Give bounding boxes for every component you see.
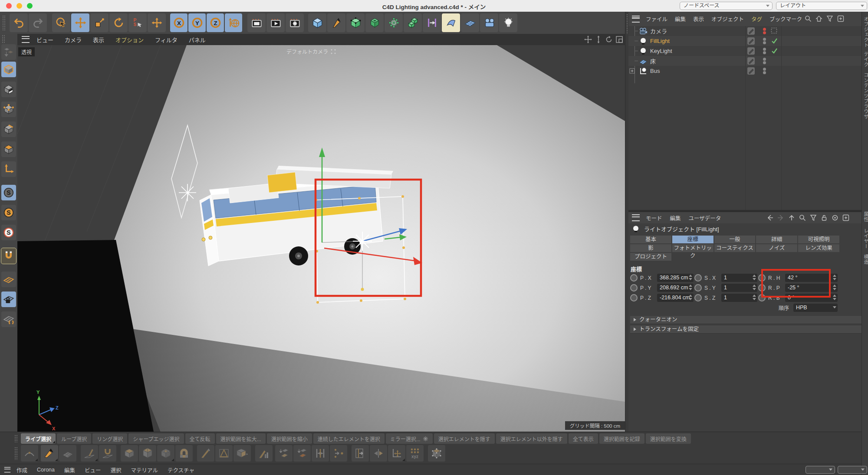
enabled-check-icon[interactable] bbox=[771, 37, 778, 46]
viewport-menu-options[interactable]: オプション bbox=[115, 36, 144, 44]
bottom-menu-select[interactable]: 選択 bbox=[111, 466, 122, 474]
floor-object-button[interactable] bbox=[442, 13, 460, 32]
spinner[interactable] bbox=[753, 275, 756, 280]
filter-icon[interactable] bbox=[826, 15, 833, 22]
filter-icon[interactable] bbox=[810, 214, 817, 221]
redo-button[interactable] bbox=[29, 13, 47, 32]
home-icon[interactable] bbox=[815, 15, 822, 22]
back-icon[interactable] bbox=[766, 214, 773, 221]
order-dropdown[interactable]: HPB bbox=[793, 304, 838, 312]
viewport-pan-icon[interactable] bbox=[584, 36, 592, 43]
keyframe-circle[interactable] bbox=[694, 274, 702, 282]
camera-hud[interactable]: デフォルトカメラ bbox=[286, 48, 336, 55]
selection-row-grip[interactable] bbox=[14, 435, 18, 442]
tab-project[interactable]: プロジェクト bbox=[630, 253, 671, 261]
side-tab-takes[interactable]: テイク bbox=[862, 52, 868, 67]
axis-transform-button[interactable] bbox=[388, 445, 405, 462]
viewport-menu-filter[interactable]: フィルタ bbox=[155, 36, 178, 44]
om-menu-bookmarks[interactable]: ブックマーク bbox=[769, 15, 802, 23]
viewport-menu-camera[interactable]: カメラ bbox=[65, 36, 82, 44]
bottom-menu-view[interactable]: ビュー bbox=[85, 466, 101, 474]
keyframe-circle[interactable] bbox=[630, 294, 638, 301]
om-menu-view[interactable]: 表示 bbox=[693, 15, 704, 23]
volume-builder-button[interactable] bbox=[404, 13, 422, 32]
scatter-points-button[interactable] bbox=[330, 445, 347, 462]
render-picture-viewer-button[interactable] bbox=[266, 13, 285, 32]
visibility-dots[interactable] bbox=[763, 27, 766, 35]
section-quaternion[interactable]: クォータニオン bbox=[630, 315, 863, 324]
keyframe-circle[interactable] bbox=[694, 294, 702, 301]
viewport-menu-display[interactable]: 表示 bbox=[93, 36, 104, 44]
om-menu-edit[interactable]: 編集 bbox=[675, 15, 686, 23]
tab-noise[interactable]: ノイズ bbox=[756, 244, 797, 252]
ring-selection-button[interactable]: リング選択 bbox=[92, 433, 127, 444]
pz-field[interactable]: -216.804 cm bbox=[657, 294, 694, 302]
layout-dropdown[interactable]: レイアウト bbox=[776, 2, 867, 10]
grow-selection-button[interactable]: 選択範囲を拡大... bbox=[216, 433, 266, 444]
rh-field[interactable]: 42 ° bbox=[785, 274, 838, 282]
om-menu-file[interactable]: ファイル bbox=[646, 15, 667, 23]
hide-unselected-button[interactable]: 選択エレメント以外を隠す bbox=[496, 433, 567, 444]
visibility-dots[interactable] bbox=[763, 57, 766, 65]
section-freeze-transform[interactable]: トランスフォームを固定 bbox=[630, 325, 863, 334]
invert-all-button[interactable]: 全て反転 bbox=[185, 433, 215, 444]
bridge-button[interactable] bbox=[175, 445, 193, 462]
tab-coordinates[interactable]: 座標 bbox=[672, 236, 713, 243]
edge-mode-button[interactable] bbox=[1, 121, 16, 137]
arc-tool-button[interactable] bbox=[21, 445, 38, 462]
bottom-dropdown-left[interactable] bbox=[806, 466, 835, 474]
coordinate-system-button[interactable] bbox=[225, 13, 242, 32]
side-tab-content-browser[interactable]: コンテンツブラウザ bbox=[862, 72, 868, 119]
render-settings-button[interactable] bbox=[286, 13, 304, 32]
am-menu-mode[interactable]: モード bbox=[646, 214, 662, 222]
edit-toggle[interactable] bbox=[747, 57, 755, 65]
search-icon[interactable] bbox=[799, 214, 806, 221]
object-manager-menu-icon[interactable] bbox=[632, 16, 640, 23]
tab-general[interactable]: 一般 bbox=[714, 236, 756, 243]
mesh-magnet-button[interactable] bbox=[99, 445, 116, 462]
sharp-edge-selection-button[interactable]: シャープエッジ選択 bbox=[128, 433, 184, 444]
edit-toggle[interactable] bbox=[747, 47, 755, 55]
tab-details[interactable]: 詳細 bbox=[756, 236, 797, 243]
toolbar-grip[interactable] bbox=[2, 15, 6, 31]
mesh-brush-button[interactable] bbox=[81, 445, 98, 462]
tab-caustics[interactable]: コースティクス bbox=[714, 244, 756, 252]
set-xyz-button[interactable]: xyz bbox=[406, 445, 424, 462]
move-global-tool[interactable] bbox=[148, 13, 166, 32]
workplane-mode-button[interactable] bbox=[1, 272, 16, 287]
bottom-menu-icon[interactable] bbox=[4, 467, 10, 473]
nodespace-dropdown[interactable]: ノードスペース bbox=[680, 2, 773, 10]
spinner[interactable] bbox=[689, 285, 692, 290]
projection-label[interactable]: 透視 bbox=[18, 47, 35, 56]
field-object-button[interactable] bbox=[385, 13, 403, 32]
attribute-manager-menu-icon[interactable] bbox=[632, 214, 640, 221]
mirror-tool-button[interactable] bbox=[370, 445, 387, 462]
bottom-menu-material[interactable]: マテリアル bbox=[131, 466, 158, 474]
add-panel-icon[interactable] bbox=[842, 214, 849, 221]
spinner[interactable] bbox=[689, 295, 692, 300]
knife-button[interactable] bbox=[197, 445, 214, 462]
keyframe-circle[interactable] bbox=[630, 284, 638, 292]
scale-tool[interactable] bbox=[90, 13, 108, 32]
bottom-dropdown-right[interactable] bbox=[838, 466, 867, 474]
lock-x-axis-button[interactable]: X bbox=[170, 13, 187, 32]
side-tab-layers[interactable]: レイヤー bbox=[862, 228, 868, 249]
drop-orient-b-button[interactable] bbox=[293, 445, 311, 462]
add-panel-icon[interactable] bbox=[837, 15, 844, 22]
spinner[interactable] bbox=[833, 275, 836, 280]
plane-cut-button[interactable] bbox=[352, 445, 369, 462]
lock-y-axis-button[interactable]: Y bbox=[188, 13, 206, 32]
viewport-solo-hierarchy-button[interactable]: S bbox=[1, 225, 16, 240]
expand-icon[interactable] bbox=[629, 68, 635, 74]
viewport-menu-icon[interactable] bbox=[22, 36, 30, 43]
unhide-all-button[interactable]: 全て表示 bbox=[569, 433, 598, 444]
box-handles-button[interactable] bbox=[428, 445, 445, 462]
visibility-dots[interactable] bbox=[763, 37, 766, 45]
undo-button[interactable] bbox=[10, 13, 28, 32]
am-menu-userdata[interactable]: ユーザデータ bbox=[689, 214, 721, 222]
am-menu-edit[interactable]: 編集 bbox=[670, 214, 681, 222]
viewport-menu-view[interactable]: ビュー bbox=[36, 36, 53, 44]
psr-tool[interactable]: PS bbox=[128, 13, 147, 32]
boolean-split-button[interactable] bbox=[233, 445, 251, 462]
cone-split-button[interactable] bbox=[215, 445, 233, 462]
